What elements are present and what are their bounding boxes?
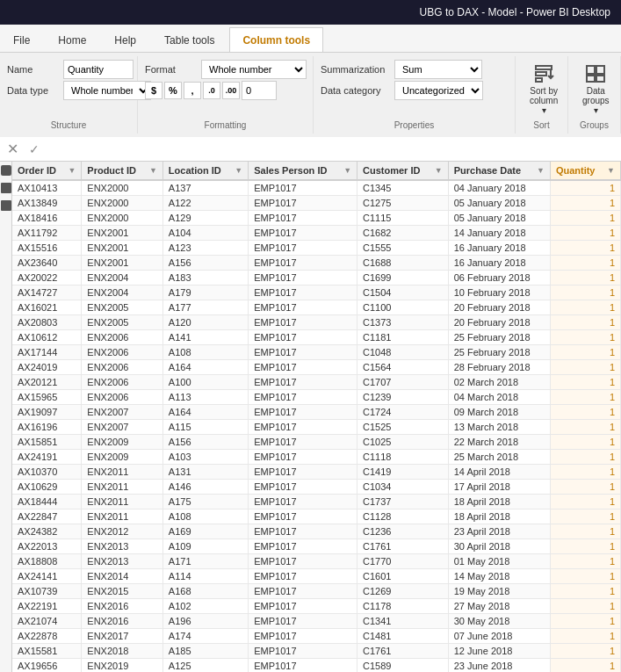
cell-purchaseDate[interactable]: 04 March 2018 [448,390,550,405]
cell-quantity[interactable]: 1 [550,629,620,644]
cell-orderId[interactable]: AX19097 [12,405,82,420]
datacategory-select[interactable]: Uncategorized [394,81,483,100]
sidebar-icon-report[interactable] [1,165,11,176]
cell-orderId[interactable]: AX10370 [12,465,82,480]
cell-quantity[interactable]: 1 [550,584,620,599]
cell-orderId[interactable]: AX24191 [12,450,82,465]
cell-salesPersonId[interactable]: EMP1017 [249,524,357,539]
cell-quantity[interactable]: 1 [550,405,620,420]
cell-orderId[interactable]: AX16021 [12,300,82,315]
cell-purchaseDate[interactable]: 18 April 2018 [448,509,550,524]
cell-locationId[interactable]: A123 [162,241,248,256]
cell-locationId[interactable]: A146 [162,480,248,495]
cell-quantity[interactable]: 1 [550,524,620,539]
cell-customerId[interactable]: C1118 [357,450,449,465]
cell-locationId[interactable]: A156 [162,256,248,271]
data-groups-button[interactable]: Datagroups ▾ [575,60,617,119]
cell-purchaseDate[interactable]: 30 May 2018 [448,614,550,629]
cell-locationId[interactable]: A103 [162,450,248,465]
cell-salesPersonId[interactable]: EMP1017 [249,226,357,241]
cell-purchaseDate[interactable]: 23 June 2018 [448,659,550,673]
cell-quantity[interactable]: 1 [550,211,620,226]
cell-customerId[interactable]: C1699 [357,271,449,285]
cell-customerId[interactable]: C1269 [357,584,449,599]
cell-orderId[interactable]: AX17144 [12,345,82,360]
cell-productId[interactable]: ENX2000 [82,211,163,226]
cell-quantity[interactable]: 1 [550,539,620,554]
cell-quantity[interactable]: 1 [550,450,620,465]
cell-locationId[interactable]: A131 [162,465,248,480]
cell-salesPersonId[interactable]: EMP1017 [249,614,357,629]
cell-customerId[interactable]: C1345 [357,180,449,196]
cell-locationId[interactable]: A125 [162,659,248,673]
cell-quantity[interactable]: 1 [550,509,620,524]
cell-quantity[interactable]: 1 [550,614,620,629]
summarization-select[interactable]: Sum [394,60,482,79]
cell-customerId[interactable]: C1025 [357,435,449,450]
cell-customerId[interactable]: C1115 [357,211,449,226]
cell-quantity[interactable]: 1 [550,345,620,360]
cell-customerId[interactable]: C1275 [357,196,449,211]
cell-locationId[interactable]: A109 [162,539,248,554]
cell-locationId[interactable]: A122 [162,196,248,211]
cell-customerId[interactable]: C1034 [357,480,449,495]
cell-salesPersonId[interactable]: EMP1017 [249,435,357,450]
cell-salesPersonId[interactable]: EMP1017 [249,554,357,569]
col-header-order-id[interactable]: Order ID ▼ [12,162,82,180]
cell-orderId[interactable]: AX10629 [12,480,82,495]
cell-salesPersonId[interactable]: EMP1017 [249,345,357,360]
cell-productId[interactable]: ENX2004 [82,271,163,285]
cell-salesPersonId[interactable]: EMP1017 [249,539,357,554]
cell-customerId[interactable]: C1688 [357,256,449,271]
cell-customerId[interactable]: C1419 [357,465,449,480]
cell-quantity[interactable]: 1 [550,285,620,300]
cell-orderId[interactable]: AX15516 [12,241,82,256]
cell-productId[interactable]: ENX2009 [82,435,163,450]
cell-quantity[interactable]: 1 [550,375,620,390]
cell-purchaseDate[interactable]: 23 April 2018 [448,524,550,539]
cell-orderId[interactable]: AX13849 [12,196,82,211]
cell-purchaseDate[interactable]: 30 April 2018 [448,539,550,554]
cell-quantity[interactable]: 1 [550,599,620,614]
cell-productId[interactable]: ENX2015 [82,584,163,599]
cell-purchaseDate[interactable]: 14 April 2018 [448,465,550,480]
cell-productId[interactable]: ENX2001 [82,241,163,256]
cell-orderId[interactable]: AX15581 [12,644,82,659]
cell-locationId[interactable]: A113 [162,390,248,405]
col-header-product-id[interactable]: Product ID ▼ [82,162,163,180]
cell-salesPersonId[interactable]: EMP1017 [249,480,357,495]
cell-locationId[interactable]: A164 [162,360,248,375]
cell-productId[interactable]: ENX2013 [82,539,163,554]
cell-purchaseDate[interactable]: 22 March 2018 [448,435,550,450]
cell-quantity[interactable]: 1 [550,196,620,211]
cell-orderId[interactable]: AX15965 [12,390,82,405]
cell-customerId[interactable]: C1761 [357,644,449,659]
cell-salesPersonId[interactable]: EMP1017 [249,584,357,599]
cell-customerId[interactable]: C1761 [357,539,449,554]
cell-orderId[interactable]: AX15851 [12,435,82,450]
tab-column-tools[interactable]: Column tools [229,27,323,52]
cell-purchaseDate[interactable]: 25 February 2018 [448,345,550,360]
formula-cancel-button[interactable]: ✕ [4,141,22,157]
cell-quantity[interactable]: 1 [550,360,620,375]
cell-productId[interactable]: ENX2012 [82,524,163,539]
cell-salesPersonId[interactable]: EMP1017 [249,180,357,196]
cell-locationId[interactable]: A179 [162,285,248,300]
cell-locationId[interactable]: A175 [162,495,248,509]
cell-quantity[interactable]: 1 [550,256,620,271]
cell-orderId[interactable]: AX14727 [12,285,82,300]
col-header-location-id[interactable]: Location ID ▼ [162,162,248,180]
cell-locationId[interactable]: A196 [162,614,248,629]
cell-customerId[interactable]: C1737 [357,495,449,509]
cell-salesPersonId[interactable]: EMP1017 [249,390,357,405]
cell-purchaseDate[interactable]: 19 May 2018 [448,584,550,599]
col-header-purchase-date[interactable]: Purchase Date ▼ [448,162,550,180]
cell-locationId[interactable]: A120 [162,315,248,330]
cell-purchaseDate[interactable]: 07 June 2018 [448,629,550,644]
col-header-customer-id[interactable]: Customer ID ▼ [357,162,449,180]
cell-orderId[interactable]: AX10413 [12,180,82,196]
cell-quantity[interactable]: 1 [550,569,620,584]
cell-quantity[interactable]: 1 [550,480,620,495]
col-header-sales-person-id[interactable]: Sales Person ID ▼ [249,162,357,180]
cell-purchaseDate[interactable]: 13 March 2018 [448,420,550,435]
